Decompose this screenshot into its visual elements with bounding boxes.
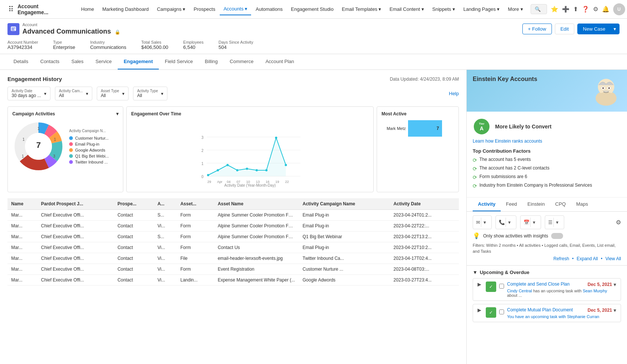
panel-tab-einstein[interactable]: Einstein: [522, 197, 550, 211]
tab-service[interactable]: Service: [90, 54, 118, 69]
calendar-ctrl-button[interactable]: 📅 ▾: [520, 215, 541, 229]
task-dropdown-icon[interactable]: ▾: [614, 307, 616, 313]
nav-item-email-content[interactable]: Email Content ▾: [386, 3, 427, 15]
nav-arrow-icon: ▾: [521, 6, 523, 12]
svg-text:0: 0: [201, 175, 204, 179]
edit-button[interactable]: Edit: [555, 24, 574, 34]
filter-dropdown-3[interactable]: Activity TypeAll▾: [133, 87, 167, 100]
task-expand-icon[interactable]: ▶: [478, 281, 481, 287]
task-dropdown-icon[interactable]: ▾: [614, 281, 616, 287]
data-updated: Data Updated: 4/24/2023, 8:09 AM: [390, 77, 459, 82]
upcoming-section-header[interactable]: ▼ Upcoming & Overdue: [473, 270, 621, 275]
panel-tab-cpq[interactable]: CPQ: [550, 197, 571, 211]
table-row[interactable]: Mar...Chief Executive Offi...ContactVi..…: [7, 264, 459, 275]
task-desc-link1[interactable]: You have an upcoming task with: [507, 314, 567, 319]
favorites-icon[interactable]: ⭐: [551, 6, 558, 13]
expand-all-link[interactable]: Expand All: [577, 256, 598, 261]
avatar[interactable]: U: [613, 3, 625, 15]
nav-item-home[interactable]: Home: [77, 3, 98, 15]
filter-dropdown-2[interactable]: Asset TypeAll▾: [97, 87, 129, 100]
tab-sales[interactable]: Sales: [65, 54, 90, 69]
follow-button[interactable]: + Follow: [522, 24, 552, 34]
nav-item-marketing-dashboard[interactable]: Marketing Dashboard: [99, 3, 152, 15]
table-cell: Chief Executive Offi...: [37, 242, 114, 253]
help-link[interactable]: Help: [449, 91, 459, 96]
chart-dropdown-icon[interactable]: ▾: [116, 111, 118, 116]
nav-item-campaigns[interactable]: Campaigns ▾: [153, 3, 189, 15]
contribution-title: Top Contribution Factors: [473, 148, 621, 154]
tab-billing[interactable]: Billing: [199, 54, 224, 69]
table-header-cell: Activity Date: [390, 198, 459, 210]
apps-icon[interactable]: ⠿: [8, 5, 14, 14]
collapse-icon: ▼: [473, 270, 478, 275]
email-ctrl-button[interactable]: ✉ ▾: [473, 215, 492, 229]
table-row[interactable]: Mar...Chief Executive Offi...ContactVi..…: [7, 242, 459, 253]
table-cell: Alpine Summer Cooler Promotion Form: [214, 210, 299, 221]
tab-engagement[interactable]: Engagement: [118, 54, 159, 69]
task-expand-icon[interactable]: ▶: [478, 307, 481, 313]
nav-item-automations[interactable]: Automations: [252, 3, 286, 15]
cloud-icon[interactable]: ⬆: [573, 6, 578, 13]
task-desc-link1[interactable]: Cindy Central: [507, 289, 532, 293]
nav-item-prospects[interactable]: Prospects: [190, 3, 219, 15]
calendar-dropdown[interactable]: ▾: [530, 218, 538, 227]
nav-item-landing-pages[interactable]: Landing Pages ▾: [460, 3, 503, 15]
factor-icon: ⟳: [473, 174, 477, 180]
panel-tab-activity[interactable]: Activity: [473, 197, 501, 211]
panel-tab-maps[interactable]: Maps: [571, 197, 593, 211]
list-dropdown[interactable]: ▾: [553, 218, 561, 227]
svg-text:1: 1: [22, 154, 24, 158]
task-desc-link2[interactable]: Stephanie Curran: [567, 314, 599, 319]
convert-row: Tier A More Likely to Convert: [473, 118, 621, 136]
insights-toggle[interactable]: [551, 233, 563, 239]
table-row[interactable]: Mar...Chief Executive Offi...ContactVi..…: [7, 253, 459, 264]
task-desc-link2[interactable]: Sean Murphy: [583, 289, 607, 293]
learn-link[interactable]: Learn how Einstein ranks accounts: [473, 139, 621, 144]
refresh-link[interactable]: Refresh: [553, 256, 569, 261]
table-cell: File: [177, 253, 214, 264]
table-cell: Contact: [114, 231, 154, 242]
table-row[interactable]: Mar...Chief Executive Offi...ContactS...…: [7, 210, 459, 221]
panel-tab-feed[interactable]: Feed: [501, 197, 522, 211]
view-all-link[interactable]: View All: [605, 256, 621, 261]
tab-field-service[interactable]: Field Service: [159, 54, 199, 69]
tab-contacts[interactable]: Contacts: [34, 54, 65, 69]
tab-details[interactable]: Details: [7, 54, 34, 69]
filter-dropdown-1[interactable]: Activity Cam...All▾: [55, 87, 92, 100]
nav-item-more[interactable]: More ▾: [504, 3, 526, 15]
phone-dropdown[interactable]: ▾: [506, 218, 513, 227]
top-nav: ☁ ⠿ Account Engageme... HomeMarketing Da…: [0, 0, 627, 19]
table-row[interactable]: Mar...Chief Executive Offi...ContactVi..…: [7, 221, 459, 231]
record-title: Account Advanced Communications 🔒: [7, 22, 120, 35]
most-active-title: Most Active: [382, 111, 407, 116]
gear-icon[interactable]: ⚙: [616, 219, 621, 226]
task-title[interactable]: Complete and Send Close Plan: [507, 281, 569, 287]
search-bar[interactable]: 🔍: [531, 4, 547, 14]
tab-commerce[interactable]: Commerce: [224, 54, 260, 69]
new-case-button[interactable]: New Case: [578, 24, 611, 34]
nav-arrow-icon: ▾: [453, 6, 455, 12]
nav-item-email-templates[interactable]: Email Templates ▾: [338, 3, 385, 15]
filter-dropdown-0[interactable]: Activity Date30 days ago ...▾: [7, 87, 50, 100]
nav-item-accounts[interactable]: Accounts ▾: [220, 3, 251, 15]
tab-account-plan[interactable]: Account Plan: [259, 54, 300, 69]
list-ctrl-button[interactable]: ☰ ▾: [545, 215, 564, 229]
email-dropdown[interactable]: ▾: [481, 218, 488, 227]
nav-item-snippets[interactable]: Snippets ▾: [429, 3, 459, 15]
task-title[interactable]: Complete Mutual Plan Document: [507, 307, 573, 312]
lock-icon[interactable]: 🔒: [115, 29, 120, 35]
notifications-icon[interactable]: 🔔: [602, 6, 609, 13]
help-icon[interactable]: ❓: [582, 6, 589, 13]
task-checkbox[interactable]: [499, 284, 504, 289]
add-icon[interactable]: ➕: [562, 6, 569, 13]
factors-list: ⟳The account has 5 events⟳The account ha…: [473, 157, 621, 189]
new-case-dropdown[interactable]: ▾: [611, 24, 619, 34]
phone-ctrl-button[interactable]: 📞 ▾: [495, 215, 516, 229]
task-checkbox[interactable]: [499, 309, 504, 314]
table-row[interactable]: Mar...Chief Executive Offi...ContactS...…: [7, 231, 459, 242]
table-row[interactable]: Mar...Chief Executive Offi...ContactVi..…: [7, 275, 459, 286]
settings-icon[interactable]: ⚙: [593, 6, 598, 13]
legend-item: Google Adwords: [69, 148, 109, 152]
dropdown-arrow-icon: ▾: [122, 91, 124, 96]
nav-item-engagement-studio[interactable]: Engagement Studio: [287, 3, 337, 15]
